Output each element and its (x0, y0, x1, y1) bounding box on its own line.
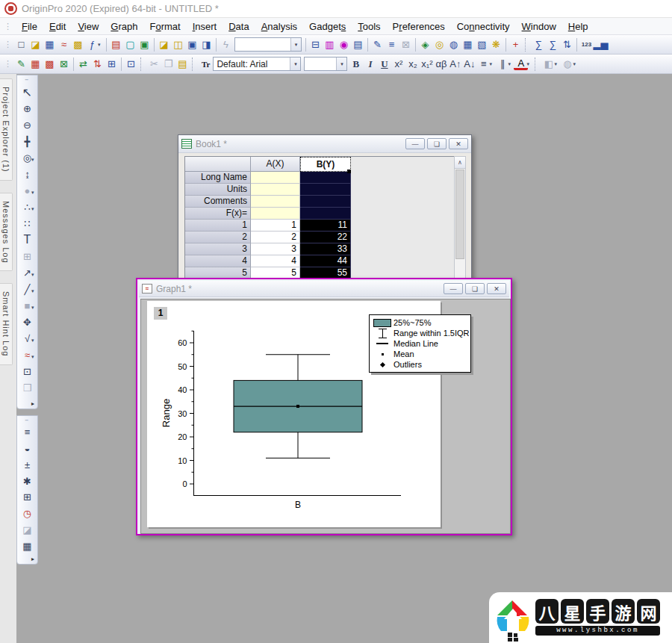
edit-worksheet-button[interactable]: ✎ (14, 57, 28, 72)
merge-graphs-button[interactable]: ⊠ (399, 37, 413, 52)
increase-font-button[interactable]: A↑ (448, 57, 462, 72)
code-builder-button[interactable]: ❋ (489, 37, 503, 52)
new-excel-button[interactable]: ▣ (137, 37, 152, 52)
row-label-longname[interactable]: Long Name (185, 172, 251, 184)
tool-date-time-stamp-icon[interactable]: ◷ (18, 506, 37, 522)
align-left-dropdown-icon[interactable]: ▾ (489, 61, 495, 67)
tool-legend-tool-icon[interactable]: ≡ (18, 424, 37, 441)
scroll-up-icon[interactable]: ∧ (455, 157, 465, 169)
cell-b-header-selected[interactable] (300, 172, 351, 184)
sort-button[interactable]: ⇅ (560, 37, 574, 52)
font-name-combo[interactable]: Default: Arial▾ (213, 57, 301, 71)
duplicate-workbook-button[interactable]: ⊡ (124, 57, 138, 72)
tool-rectangle-tool-dropdown-icon[interactable]: ▾ (31, 305, 37, 311)
tool-insert-object-icon[interactable]: ⊞ (18, 248, 37, 264)
copy-button[interactable]: ❐ (161, 57, 175, 72)
greek-symbols-button[interactable]: αβ (434, 57, 448, 72)
scrollbar-thumb[interactable] (455, 170, 464, 259)
graph1-title-bar[interactable]: ≈ Graph1 * — ❏ ✕ (139, 281, 509, 297)
tool-draw-data-points-dropdown-icon[interactable]: ▾ (31, 206, 37, 212)
cell-b-value-selected[interactable]: 33 (300, 243, 351, 255)
layer-number-badge[interactable]: 1 (154, 307, 167, 320)
toolbar-expand-icon[interactable]: ▸ (28, 399, 37, 409)
new-function-plot-dropdown-icon[interactable]: ▾ (98, 42, 104, 48)
subscript-button[interactable]: x₂ (405, 57, 420, 72)
menu-insert[interactable]: Insert (187, 19, 223, 34)
panel-tab-project-explorer[interactable]: Project Explorer (1) (0, 78, 13, 181)
save-template-button[interactable]: ◨ (199, 37, 214, 52)
sum-column-button[interactable]: ∑ (546, 37, 560, 52)
project-explorer-toggle-button[interactable]: ◈ (418, 37, 432, 52)
print-button[interactable]: ⊟ (308, 37, 323, 52)
new-project-button[interactable]: □ (14, 37, 28, 52)
cell-b-header-selected[interactable] (300, 196, 351, 208)
toolbar-combo[interactable]: ▾ (234, 37, 302, 52)
tool-data-reader-icon[interactable]: ◎▾ (18, 149, 37, 166)
row-index[interactable]: 3 (185, 243, 251, 255)
graph1-restore-button[interactable]: ❏ (465, 283, 485, 294)
row-index[interactable]: 2 (185, 232, 251, 243)
cell-a-header[interactable] (251, 208, 300, 220)
combo-dropdown-icon[interactable]: ▾ (336, 58, 346, 70)
row-label-comments[interactable]: Comments (185, 196, 251, 208)
cell-a-value[interactable]: 4 (251, 255, 300, 267)
font-color-dropdown-icon[interactable]: ▾ (526, 61, 532, 67)
cell-b-header-selected[interactable] (300, 184, 351, 196)
italic-button[interactable]: I (363, 57, 377, 72)
import-wizard-button[interactable]: ϟ (219, 37, 233, 52)
refresh-import-button[interactable]: ⇄ (76, 57, 90, 72)
panel-tab-smart-hint-log[interactable]: Smart Hint Log (0, 283, 13, 364)
cell-a-header[interactable] (251, 196, 300, 208)
book1-restore-button[interactable]: ❏ (427, 138, 447, 149)
sub-superscript-button[interactable]: x₁² (420, 57, 434, 72)
cell-a-header[interactable] (251, 172, 300, 184)
menu-gadgets[interactable]: Gadgets (303, 19, 352, 34)
tool-add-object-icon[interactable]: ⊞ (18, 489, 37, 506)
cell-b-value-selected[interactable]: 44 (300, 255, 351, 267)
cut-button[interactable]: ✂ (147, 57, 161, 72)
tool-line-tool-dropdown-icon[interactable]: ▾ (31, 288, 37, 294)
row-index[interactable]: 4 (185, 255, 251, 267)
slideshow-button[interactable]: ▥ (323, 37, 337, 52)
cell-a-value[interactable]: 1 (251, 220, 300, 232)
plot-legend[interactable]: 25%~75%Range within 1.5IQRMedian LineMea… (369, 314, 471, 373)
tool-insert-graph-dropdown-icon[interactable]: ▾ (31, 354, 37, 360)
add-new-columns-button[interactable]: + (508, 37, 523, 52)
find-button[interactable]: ◎ (432, 37, 447, 52)
menu-graph[interactable]: Graph (105, 19, 143, 34)
tool-pointer-icon[interactable]: ↖ (18, 84, 37, 100)
tool-zoom-panel-icon[interactable]: ⊡ (18, 363, 37, 379)
open-button[interactable]: ◪ (157, 37, 171, 52)
superscript-button[interactable]: x² (391, 57, 405, 72)
open-template-button[interactable]: ◫ (171, 37, 185, 52)
video-builder-button[interactable]: ◉ (337, 37, 351, 52)
film-strip-button[interactable]: ▤ (351, 37, 365, 52)
tool-new-link-table-icon[interactable]: ▦ (18, 538, 37, 554)
statistics-on-columns-button[interactable]: ∑ (532, 37, 546, 52)
script-window-button[interactable]: ▧ (475, 37, 489, 52)
menu-format[interactable]: Format (143, 19, 186, 34)
menu-help[interactable]: Help (562, 19, 594, 34)
decrease-font-button[interactable]: A↓ (462, 57, 476, 72)
tool-project-folder-icon[interactable]: ◪ (18, 522, 37, 538)
menu-data[interactable]: Data (223, 19, 255, 34)
clear-worksheet-button[interactable]: ⊠ (57, 57, 71, 72)
bold-button[interactable]: B (349, 57, 363, 72)
tool-rectangle-tool-icon[interactable]: ■▾ (18, 297, 37, 314)
format-painter-button[interactable]: ✎ (370, 37, 385, 52)
row-index[interactable]: 1 (185, 220, 251, 232)
transpose-worksheet-button[interactable]: ⊞ (105, 57, 119, 72)
underline-button[interactable]: U (377, 57, 391, 72)
book1-minimize-button[interactable]: — (405, 138, 425, 149)
tool-insert-equation-dropdown-icon[interactable]: ▾ (31, 338, 37, 344)
row-numbers-123-button[interactable]: ▩ (43, 57, 57, 72)
panel-tab-messages-log[interactable]: Messages Log (0, 193, 13, 272)
new-notes-button[interactable]: ▢ (123, 37, 137, 52)
book1-close-button[interactable]: ✕ (449, 138, 468, 149)
fill-color-dropdown-icon[interactable]: ▾ (554, 61, 560, 67)
vertical-text-dropdown-icon[interactable]: ▾ (508, 61, 514, 67)
tool-cluster-points-icon[interactable]: ∷ (18, 215, 37, 232)
arrange-layers-button[interactable]: ≡ (385, 37, 399, 52)
toolbar-combo[interactable]: ▾ (304, 57, 347, 71)
combo-dropdown-icon[interactable]: ▾ (290, 38, 301, 51)
